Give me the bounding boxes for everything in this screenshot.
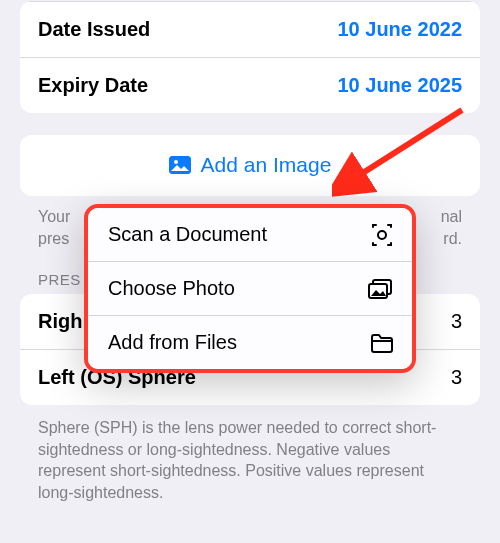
folder-icon: [370, 333, 394, 353]
choose-photo-option[interactable]: Choose Photo: [88, 261, 412, 315]
add-image-button[interactable]: Add an Image: [20, 135, 480, 196]
scan-document-icon: [370, 224, 394, 246]
choose-photo-label: Choose Photo: [108, 277, 235, 300]
expiry-date-label: Expiry Date: [38, 74, 148, 97]
date-issued-label: Date Issued: [38, 18, 150, 41]
scan-document-option[interactable]: Scan a Document: [88, 208, 412, 261]
add-image-popover: Scan a Document Choose Photo Add from Fi…: [84, 204, 416, 373]
svg-point-3: [378, 231, 386, 239]
date-fields-card: Date Issued 10 June 2022 Expiry Date 10 …: [20, 1, 480, 113]
date-issued-row[interactable]: Date Issued 10 June 2022: [20, 1, 480, 57]
add-from-files-label: Add from Files: [108, 331, 237, 354]
svg-point-1: [174, 160, 178, 164]
right-sphere-value: 3: [451, 310, 462, 333]
right-sphere-label: Righ: [38, 310, 82, 333]
expiry-date-value[interactable]: 10 June 2025: [337, 74, 462, 97]
scan-document-label: Scan a Document: [108, 223, 267, 246]
left-sphere-value: 3: [451, 366, 462, 389]
date-issued-value[interactable]: 10 June 2022: [337, 18, 462, 41]
expiry-date-row[interactable]: Expiry Date 10 June 2025: [20, 57, 480, 113]
image-icon: [169, 156, 191, 174]
sphere-explanation: Sphere (SPH) is the lens power needed to…: [38, 417, 462, 503]
add-from-files-option[interactable]: Add from Files: [88, 315, 412, 369]
photos-icon: [368, 279, 394, 299]
add-image-label: Add an Image: [201, 153, 332, 177]
